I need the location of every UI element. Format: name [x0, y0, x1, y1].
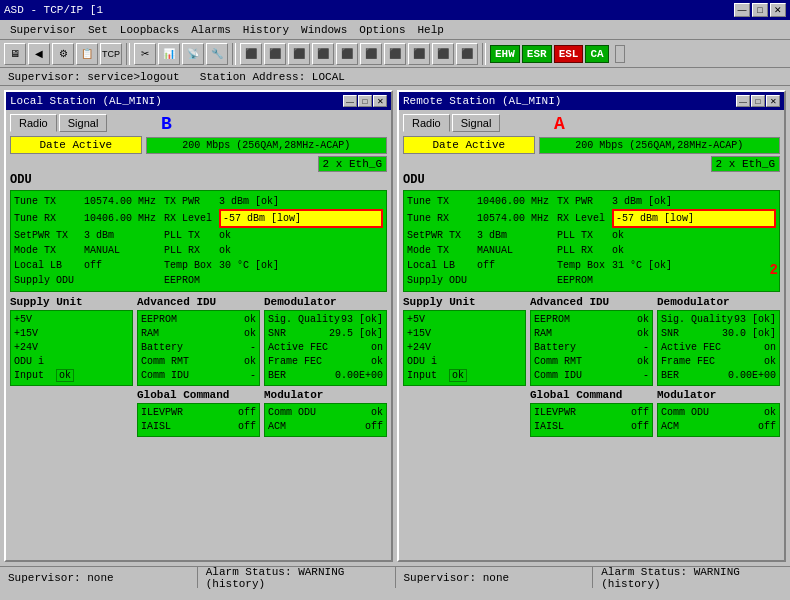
- remote-bottom-sections-row2: Global Command ILEVPWRoff IAISLoff Modul…: [403, 389, 780, 437]
- local-global-label: Global Command: [137, 389, 260, 401]
- tb-btn-11[interactable]: ⬛: [264, 43, 286, 65]
- remote-maximize[interactable]: □: [751, 95, 765, 107]
- tb-btn-17[interactable]: ⬛: [408, 43, 430, 65]
- local-date-active-row: Date Active 200 Mbps (256QAM,28MHz-ACAP): [10, 136, 387, 154]
- toolbar-sep-3: [482, 43, 486, 65]
- menu-windows[interactable]: Windows: [295, 22, 353, 38]
- remote-tab-signal[interactable]: Signal: [452, 114, 501, 132]
- label-a: A: [554, 114, 565, 134]
- local-station-controls: — □ ✕: [343, 95, 387, 107]
- local-odu-row-4: Mode TX MANUAL PLL RX ok: [14, 243, 383, 258]
- local-close[interactable]: ✕: [373, 95, 387, 107]
- remote-odu-row-3: SetPWR TX 3 dBm PLL TX ok: [407, 228, 776, 243]
- tb-btn-1[interactable]: 🖥: [4, 43, 26, 65]
- remote-advanced-idu: Advanced IDU EEPROMok RAMok Battery- Com…: [530, 296, 653, 386]
- supervisor-status: Supervisor: service>logout: [8, 71, 180, 83]
- local-advanced-idu: Advanced IDU EEPROMok RAMok Battery- Com…: [137, 296, 260, 386]
- remote-idu-label: Advanced IDU: [530, 296, 653, 308]
- local-modulator-label: Modulator: [264, 389, 387, 401]
- remote-demodulator: Demodulator Sig. Quality93 [ok] SNR30.0 …: [657, 296, 780, 386]
- remote-tab-bar: Radio Signal: [403, 114, 780, 132]
- close-button[interactable]: ✕: [770, 3, 786, 17]
- local-odu-section: Tune TX 10574.00 MHz TX PWR 3 dBm [ok] T…: [10, 190, 387, 292]
- local-maximize[interactable]: □: [358, 95, 372, 107]
- local-odu-row-6: Supply ODU EEPROM: [14, 273, 383, 288]
- tb-btn-5[interactable]: TCP: [100, 43, 122, 65]
- remote-close[interactable]: ✕: [766, 95, 780, 107]
- remote-eth-label: 2 x Eth_G: [711, 156, 780, 172]
- local-supply-unit: Supply Unit +5V +15V +24V ODU i Input ok: [10, 296, 133, 386]
- remote-odu-section: Tune TX 10406.00 MHz TX PWR 3 dBm [ok] T…: [403, 190, 780, 292]
- local-odu-label: ODU: [10, 173, 32, 187]
- local-tab-radio[interactable]: Radio: [10, 114, 57, 132]
- label-2: 2: [770, 262, 778, 278]
- station-address: Station Address: LOCAL: [200, 71, 345, 83]
- local-station-title: Local Station (AL_MINI): [10, 95, 162, 107]
- local-station-title-bar: Local Station (AL_MINI) — □ ✕: [6, 92, 391, 110]
- local-minimize[interactable]: —: [343, 95, 357, 107]
- maximize-button[interactable]: □: [752, 3, 768, 17]
- remote-odu-row-6: Supply ODU EEPROM: [407, 273, 776, 288]
- remote-tab-radio[interactable]: Radio: [403, 114, 450, 132]
- menu-loopbacks[interactable]: Loopbacks: [114, 22, 185, 38]
- tb-btn-18[interactable]: ⬛: [432, 43, 454, 65]
- toolbar: 🖥 ◀ ⚙ 📋 TCP ✂ 📊 📡 🔧 ⬛ ⬛ ⬛ ⬛ ⬛ ⬛ ⬛ ⬛ ⬛ ⬛ …: [0, 40, 790, 68]
- remote-date-active-row: Date Active 200 Mbps (256QAM,28MHz-ACAP): [403, 136, 780, 154]
- local-global-command: Global Command ILEVPWRoff IAISLoff: [137, 389, 260, 437]
- remote-station-window: Remote Station (AL_MINI) — □ ✕ A 2 Radio…: [397, 90, 786, 562]
- remote-station-title-bar: Remote Station (AL_MINI) — □ ✕: [399, 92, 784, 110]
- tb-btn-7[interactable]: 📊: [158, 43, 180, 65]
- remote-date-active-value: 200 Mbps (256QAM,28MHz-ACAP): [539, 137, 780, 154]
- remote-supervisor-status: Supervisor: none: [396, 567, 594, 588]
- tb-btn-4[interactable]: 📋: [76, 43, 98, 65]
- tb-btn-12[interactable]: ⬛: [288, 43, 310, 65]
- title-bar-controls: — □ ✕: [734, 3, 786, 17]
- remote-odu-label: ODU: [403, 173, 425, 187]
- tb-btn-16[interactable]: ⬛: [384, 43, 406, 65]
- local-odu-row-5: Local LB off Temp Box 30 °C [ok]: [14, 258, 383, 273]
- menu-alarms[interactable]: Alarms: [185, 22, 237, 38]
- tb-btn-8[interactable]: 📡: [182, 43, 204, 65]
- local-supply-label: Supply Unit: [10, 296, 133, 308]
- tb-btn-19[interactable]: ⬛: [456, 43, 478, 65]
- status-strip: Supervisor: service>logout Station Addre…: [0, 68, 790, 86]
- local-odu-row-1: Tune TX 10574.00 MHz TX PWR 3 dBm [ok]: [14, 194, 383, 209]
- tb-btn-9[interactable]: 🔧: [206, 43, 228, 65]
- remote-station-body: A 2 Radio Signal Date Active 200 Mbps (2…: [399, 110, 784, 560]
- tb-btn-3[interactable]: ⚙: [52, 43, 74, 65]
- menu-history[interactable]: History: [237, 22, 295, 38]
- local-odu-row-2: Tune RX 10406.00 MHz RX Level -57 dBm [l…: [14, 209, 383, 228]
- local-modulator: Modulator Comm ODUok ACMoff: [264, 389, 387, 437]
- tb-btn-13[interactable]: ⬛: [312, 43, 334, 65]
- tb-btn-15[interactable]: ⬛: [360, 43, 382, 65]
- minimize-button[interactable]: —: [734, 3, 750, 17]
- local-date-active-label: Date Active: [10, 136, 142, 154]
- remote-supply-label: Supply Unit: [403, 296, 526, 308]
- remote-modulator-label: Modulator: [657, 389, 780, 401]
- tb-btn-2[interactable]: ◀: [28, 43, 50, 65]
- menu-help[interactable]: Help: [412, 22, 450, 38]
- remote-odu-row-1: Tune TX 10406.00 MHz TX PWR 3 dBm [ok]: [407, 194, 776, 209]
- local-idu-label: Advanced IDU: [137, 296, 260, 308]
- indicator-esl: ESL: [554, 45, 584, 63]
- tb-btn-6[interactable]: ✂: [134, 43, 156, 65]
- toolbar-sep-1: [126, 43, 130, 65]
- title-bar: ASD - TCP/IP [1 — □ ✕: [0, 0, 790, 20]
- tb-btn-14[interactable]: ⬛: [336, 43, 358, 65]
- label-b: B: [161, 114, 172, 134]
- toolbar-sep-2: [232, 43, 236, 65]
- remote-minimize[interactable]: —: [736, 95, 750, 107]
- local-station-window: Local Station (AL_MINI) — □ ✕ B Radio Si…: [4, 90, 393, 562]
- indicator-ca: CA: [585, 45, 608, 63]
- remote-bottom-sections-row1: Supply Unit +5V +15V +24V ODU i Input ok…: [403, 296, 780, 386]
- remote-alarm-status: Alarm Status: WARNING (history): [593, 567, 790, 588]
- tb-btn-10[interactable]: ⬛: [240, 43, 262, 65]
- indicator-esr: ESR: [522, 45, 552, 63]
- remote-station-title: Remote Station (AL_MINI): [403, 95, 561, 107]
- local-tab-signal[interactable]: Signal: [59, 114, 108, 132]
- local-bottom-sections-row2: Global Command ILEVPWRoff IAISLoff Modul…: [10, 389, 387, 437]
- menu-options[interactable]: Options: [353, 22, 411, 38]
- local-station-body: B Radio Signal Date Active 200 Mbps (256…: [6, 110, 391, 560]
- menu-set[interactable]: Set: [82, 22, 114, 38]
- menu-supervisor[interactable]: Supervisor: [4, 22, 82, 38]
